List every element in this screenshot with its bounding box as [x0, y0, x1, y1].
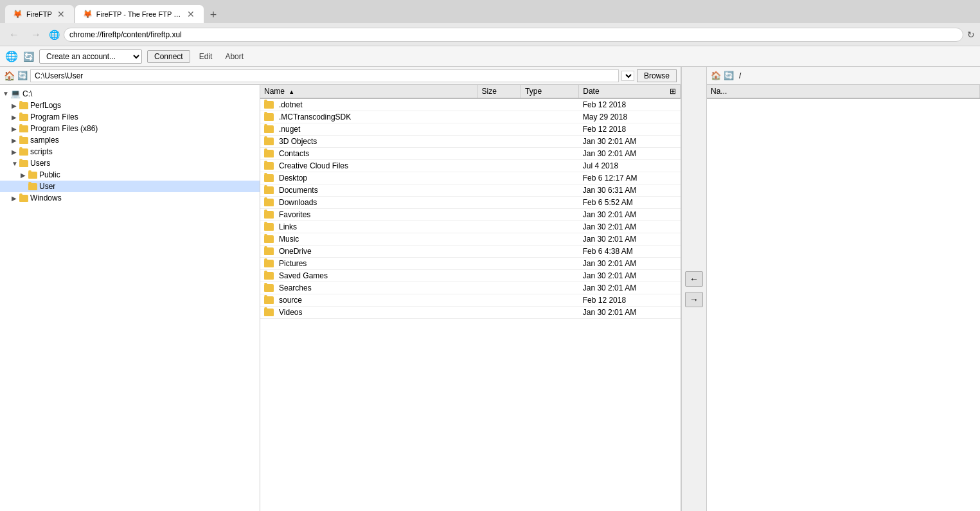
folder-icon-samples	[19, 137, 28, 144]
table-row[interactable]: .nuget Feb 12 2018	[260, 123, 681, 136]
table-row[interactable]: Downloads Feb 6 5:52 AM	[260, 197, 681, 209]
remote-file-table: Na...	[707, 85, 980, 99]
transfer-right-button[interactable]: →	[685, 292, 703, 307]
file-date: Jan 30 2:01 AM	[579, 148, 681, 160]
edit-button[interactable]: Edit	[195, 51, 217, 62]
col-header-type[interactable]: Type	[521, 85, 579, 98]
file-type	[521, 123, 579, 136]
file-type	[521, 184, 579, 197]
sort-arrow: ▲	[289, 89, 294, 95]
expand-arrow-samples[interactable]: ▶	[12, 137, 19, 144]
browse-button[interactable]: Browse	[637, 69, 677, 82]
col-header-date[interactable]: Date ⊞	[579, 85, 681, 98]
file-date: Jul 4 2018	[579, 160, 681, 172]
tree-item-samples[interactable]: ▶ samples	[0, 134, 260, 146]
table-row[interactable]: Videos Jan 30 2:01 AM	[260, 307, 681, 319]
expand-arrow-c[interactable]: ▼	[3, 90, 10, 97]
tree-item-perflogs[interactable]: ▶ PerfLogs	[0, 100, 260, 111]
file-type	[521, 258, 579, 270]
folder-icon-windows	[19, 195, 28, 202]
tab-close[interactable]: ✕	[56, 8, 66, 20]
table-row[interactable]: .MCTranscodingSDK May 29 2018	[260, 111, 681, 123]
path-dropdown[interactable]: C:\Users\User	[621, 71, 634, 81]
new-tab-button[interactable]: +	[205, 7, 222, 23]
globe-icon: 🌐	[49, 30, 60, 40]
address-bar: ← → 🌐 ↻	[0, 23, 980, 46]
app-toolbar: 🌐 🔄 Create an account... Connect Edit Ab…	[0, 46, 980, 67]
file-name-cell: .dotnet	[260, 98, 477, 111]
expand-arrow-progfilesx86[interactable]: ▶	[12, 125, 19, 132]
transfer-left-button[interactable]: ←	[685, 271, 703, 287]
file-name: Searches	[279, 283, 312, 292]
file-tree[interactable]: ▼ 💻 C:\ ▶ PerfLogs ▶	[0, 85, 260, 511]
connect-button[interactable]: Connect	[147, 50, 190, 63]
address-input[interactable]	[64, 28, 963, 42]
file-name-cell: Contacts	[260, 148, 477, 160]
table-row[interactable]: Creative Cloud Files Jul 4 2018	[260, 160, 681, 172]
refresh-icon[interactable]: 🔄	[17, 71, 28, 80]
file-size	[477, 172, 521, 184]
file-name-cell: Searches	[260, 282, 477, 294]
expand-arrow-public[interactable]: ▶	[21, 172, 28, 179]
tree-item-user[interactable]: User	[0, 181, 260, 192]
table-row[interactable]: Favorites Jan 30 2:01 AM	[260, 209, 681, 221]
tab-fireftp-active[interactable]: 🦊 FireFTP - The Free FTP Clien... ✕	[75, 5, 204, 23]
expand-arrow-users[interactable]: ▼	[12, 160, 19, 167]
table-row[interactable]: Contacts Jan 30 2:01 AM	[260, 148, 681, 160]
tree-label-user: User	[39, 182, 55, 191]
file-name-cell: Downloads	[260, 197, 477, 209]
tree-item-progfilesx86[interactable]: ▶ Program Files (x86)	[0, 123, 260, 134]
table-row[interactable]: .dotnet Feb 12 2018	[260, 98, 681, 111]
expand-arrow-progfiles[interactable]: ▶	[12, 114, 19, 121]
folder-icon-public	[28, 172, 37, 179]
tree-item-public[interactable]: ▶ Public	[0, 169, 260, 181]
abort-button[interactable]: Abort	[221, 51, 247, 62]
expand-arrow-windows[interactable]: ▶	[12, 195, 19, 202]
tree-item-scripts[interactable]: ▶ scripts	[0, 146, 260, 157]
tree-label-scripts: scripts	[30, 147, 53, 156]
file-type	[521, 221, 579, 233]
remote-home-icon[interactable]: 🏠	[711, 71, 721, 80]
browser-chrome: 🦊 FireFTP ✕ 🦊 FireFTP - The Free FTP Cli…	[0, 0, 980, 46]
col-header-name[interactable]: Name ▲	[260, 85, 477, 98]
tree-item-progfiles[interactable]: ▶ Program Files	[0, 111, 260, 123]
tree-item-c-root[interactable]: ▼ 💻 C:\	[0, 87, 260, 100]
file-list[interactable]: Name ▲ Size Type Date	[260, 85, 681, 511]
file-size	[477, 148, 521, 160]
home-icon[interactable]: 🏠	[4, 71, 15, 81]
forward-button[interactable]: →	[27, 28, 45, 42]
table-row[interactable]: Desktop Feb 6 12:17 AM	[260, 172, 681, 184]
file-date: Jan 30 2:01 AM	[579, 258, 681, 270]
local-path-input[interactable]	[30, 69, 619, 82]
expand-arrow-perflogs[interactable]: ▶	[12, 102, 19, 109]
tree-label-progfiles: Program Files	[30, 112, 78, 121]
table-row[interactable]: Searches Jan 30 2:01 AM	[260, 282, 681, 294]
table-row[interactable]: Documents Jan 30 6:31 AM	[260, 184, 681, 197]
tab-close-active[interactable]: ✕	[186, 8, 196, 20]
tab-title: FireFTP	[26, 10, 52, 18]
tree-item-users[interactable]: ▼ Users	[0, 157, 260, 169]
table-row[interactable]: Saved Games Jan 30 2:01 AM	[260, 270, 681, 282]
main-area: 🏠 🔄 C:\Users\User Browse ▼ 💻 C:\	[0, 67, 980, 511]
file-size	[477, 221, 521, 233]
remote-refresh-icon[interactable]: 🔄	[724, 71, 734, 80]
remote-col-name[interactable]: Na...	[707, 85, 980, 98]
refresh-button[interactable]: ↻	[967, 30, 975, 40]
table-row[interactable]: source Feb 12 2018	[260, 294, 681, 307]
remote-file-list[interactable]: Na...	[707, 85, 980, 511]
tree-label-users: Users	[30, 159, 50, 168]
tab-fireftp[interactable]: 🦊 FireFTP ✕	[5, 5, 74, 23]
table-row[interactable]: OneDrive Feb 6 4:38 AM	[260, 246, 681, 258]
table-row[interactable]: Links Jan 30 2:01 AM	[260, 221, 681, 233]
col-header-size[interactable]: Size	[477, 85, 521, 98]
file-size	[477, 209, 521, 221]
table-row[interactable]: Music Jan 30 2:01 AM	[260, 233, 681, 246]
file-type	[521, 172, 579, 184]
account-dropdown[interactable]: Create an account...	[39, 49, 142, 64]
back-button[interactable]: ←	[5, 28, 23, 42]
table-row[interactable]: 3D Objects Jan 30 2:01 AM	[260, 136, 681, 148]
table-row[interactable]: Pictures Jan 30 2:01 AM	[260, 258, 681, 270]
file-size	[477, 136, 521, 148]
expand-arrow-scripts[interactable]: ▶	[12, 148, 19, 156]
tree-item-windows[interactable]: ▶ Windows	[0, 192, 260, 204]
